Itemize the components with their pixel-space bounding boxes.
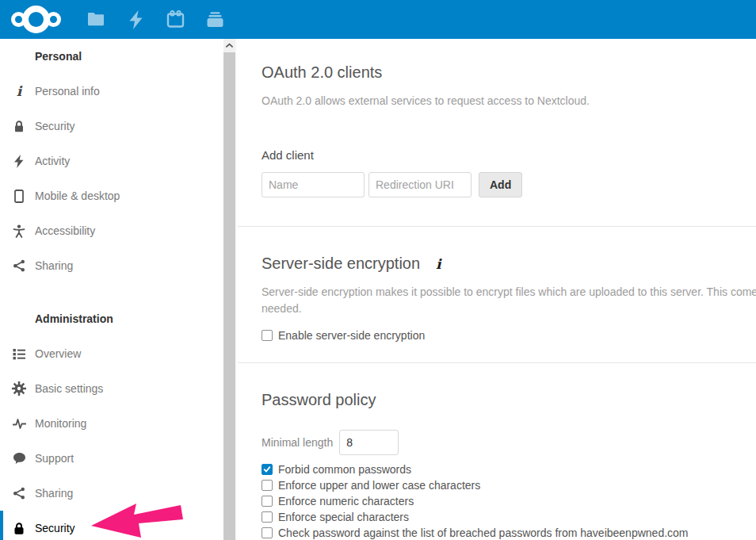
sidebar-item-activity[interactable]: Activity: [0, 144, 223, 178]
info-icon: i: [12, 85, 26, 98]
speech-bubble-icon: [12, 452, 26, 465]
sidebar-section-personal: Personal: [0, 39, 223, 74]
gear-icon: [12, 381, 26, 396]
sidebar-item-mobile-desktop[interactable]: Mobile & desktop: [0, 178, 223, 213]
app-menu: [76, 0, 235, 39]
calendar-icon[interactable]: [155, 0, 195, 39]
share-icon: [12, 259, 26, 272]
policy-row-forbid-common: Forbid common passwords: [262, 461, 756, 477]
enable-encryption-checkbox[interactable]: [262, 330, 273, 341]
sidebar-item-overview[interactable]: Overview: [0, 336, 223, 371]
oauth-title: OAuth 2.0 clients: [262, 63, 756, 82]
encryption-section: Server-side encryptioni Server-side encr…: [238, 226, 756, 362]
add-client-form: Add: [262, 172, 756, 197]
lock-icon: [12, 522, 26, 535]
minimal-length-input[interactable]: [339, 430, 399, 455]
person-icon: [12, 224, 26, 238]
bolt-icon: [12, 155, 26, 168]
sidebar-item-accessibility[interactable]: Accessibility: [0, 213, 223, 248]
share-icon: [12, 487, 26, 500]
sidebar-item-security-admin[interactable]: Security: [0, 511, 223, 540]
sidebar-item-personal-info[interactable]: i Personal info: [0, 74, 223, 109]
password-policy-section: Password policy Minimal length Forbid co…: [238, 362, 756, 540]
numeric-checkbox[interactable]: [262, 496, 273, 507]
special-chars-checkbox[interactable]: [262, 511, 273, 523]
upper-lower-checkbox[interactable]: [262, 480, 273, 491]
info-icon[interactable]: i: [436, 256, 441, 272]
forbid-common-checkbox[interactable]: [262, 464, 273, 475]
list-icon: [12, 348, 26, 360]
oauth-description: OAuth 2.0 allows external services to re…: [262, 93, 756, 109]
minimal-length-label: Minimal length: [262, 436, 333, 449]
phone-icon: [12, 190, 26, 203]
encryption-description-line1: Server-side encryption makes it possible…: [262, 284, 756, 301]
top-header-bar: [0, 0, 756, 39]
redirection-uri-input[interactable]: [368, 172, 472, 197]
enable-encryption-label: Enable server-side encryption: [278, 329, 425, 342]
sidebar-item-security-personal[interactable]: Security: [0, 109, 223, 144]
policy-row-hibp: Check password against the list of breac…: [262, 525, 756, 540]
scrollbar-thumb[interactable]: [223, 52, 235, 540]
deck-icon[interactable]: [195, 0, 235, 39]
policy-row-upper-lower: Enforce upper and lower case characters: [262, 477, 756, 493]
sidebar-item-basic-settings[interactable]: Basic settings: [0, 371, 223, 406]
minimal-length-row: Minimal length: [262, 430, 756, 455]
enable-encryption-row: Enable server-side encryption: [262, 327, 756, 343]
sidebar-item-sharing-admin[interactable]: Sharing: [0, 476, 223, 511]
files-folder-icon[interactable]: [76, 0, 116, 39]
oauth-section: OAuth 2.0 clients OAuth 2.0 allows exter…: [238, 39, 756, 226]
encryption-title: Server-side encryptioni: [262, 254, 756, 274]
sidebar-item-sharing-personal[interactable]: Sharing: [0, 248, 223, 283]
policy-row-special: Enforce special characters: [262, 509, 756, 525]
lock-icon: [12, 120, 26, 133]
logo-ring-right: [46, 12, 61, 27]
sidebar-item-support[interactable]: Support: [0, 441, 223, 476]
sidebar-item-monitoring[interactable]: Monitoring: [0, 406, 223, 441]
settings-sidebar: Personal i Personal info Security Activi…: [0, 39, 223, 540]
chevron-up-icon[interactable]: [223, 39, 235, 52]
pulse-icon: [12, 417, 26, 430]
policy-row-numeric: Enforce numeric characters: [262, 493, 756, 509]
activity-icon[interactable]: [116, 0, 155, 39]
password-policy-options: Forbid common passwords Enforce upper an…: [262, 461, 756, 540]
client-name-input[interactable]: [262, 172, 365, 197]
encryption-description: Server-side encryption makes it possible…: [262, 284, 756, 317]
settings-content: OAuth 2.0 clients OAuth 2.0 allows exter…: [238, 39, 756, 540]
add-client-button[interactable]: Add: [479, 172, 522, 197]
encryption-description-line2: needed.: [262, 301, 756, 317]
sidebar-scrollbar[interactable]: [223, 39, 237, 540]
nextcloud-logo[interactable]: [0, 6, 73, 33]
add-client-heading: Add client: [262, 148, 756, 162]
sidebar-section-administration: Administration: [0, 301, 223, 336]
password-policy-title: Password policy: [262, 390, 756, 409]
sidebar-section-gap: [0, 283, 223, 301]
hibp-checkbox[interactable]: [262, 527, 273, 538]
